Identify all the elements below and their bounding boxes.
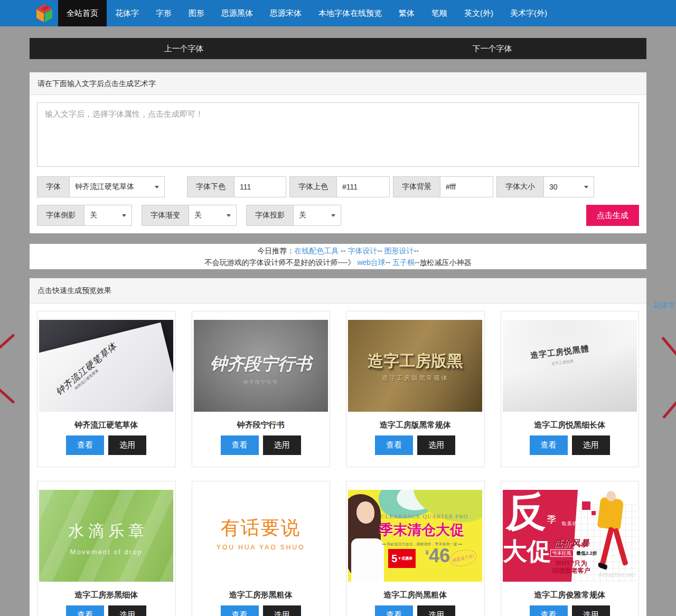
font-select[interactable]: 钟齐流江硬笔草体 (70, 176, 165, 197)
daily-recommend: 今日推荐：在线配色工具 -- 字体设计-- 图形设计-- 不会玩游戏的字体设计师… (30, 244, 646, 269)
nav-item-tuxing[interactable]: 图形 (180, 0, 213, 26)
next-font-link[interactable]: 下一个字体 (473, 44, 512, 54)
font-size-select[interactable]: 30 (544, 176, 594, 197)
use-button[interactable]: 选用 (417, 605, 455, 616)
bg-color-label: 字体背景 (393, 176, 440, 197)
up-color-label: 字体上色 (289, 176, 337, 197)
font-name: 造字工房尚黑粗体 (348, 589, 483, 600)
gradient-select[interactable]: 关 (189, 205, 237, 226)
use-button[interactable]: 选用 (108, 605, 146, 616)
chevron-down-icon (227, 214, 231, 217)
view-button[interactable]: 查看 (530, 605, 568, 616)
font-preview-image[interactable]: 钟齐段宁行书 钟齐段宁行书 (194, 320, 328, 412)
nav-item-local-preview[interactable]: 本地字体在线预览 (310, 0, 390, 26)
view-button[interactable]: 查看 (66, 435, 104, 455)
font-preview-image[interactable]: 有话要说 YOU HUA YAO SHUO (194, 490, 328, 582)
carousel-next-icon[interactable] (662, 394, 676, 419)
font-size-label: 字体大小 (496, 176, 544, 197)
font-name: 造字工房俊雅常规体 (503, 589, 637, 600)
preview-panel: 点击快速生成预览效果 钟齐流江硬笔草体 钟齐流江硬笔草体 钟齐流江硬笔草体 查看… (30, 278, 646, 616)
font-name: 造字工房悦黑细长体 (503, 419, 637, 430)
use-button[interactable]: 选用 (572, 605, 610, 616)
font-name: 钟齐流江硬笔草体 (39, 419, 174, 430)
font-preview-image[interactable]: 水滴乐章 Movement of drop (39, 490, 173, 582)
font-card: CLEARANCE QUARTER PRO 季末清仓大促 ••• 热款宝贝大放送… (346, 481, 485, 616)
font-preview-image[interactable]: 造字工房版黑 造字工房版黑常规体 (348, 320, 482, 412)
font-card: 造字工房版黑 造字工房版黑常规体 造字工房版黑常规体 查看 选用 (346, 311, 485, 467)
carousel-prev-icon[interactable] (0, 334, 15, 355)
shadow-label: 字体投影 (246, 205, 294, 226)
chevron-down-icon (155, 186, 159, 188)
nav-item-siyuanheiti[interactable]: 思源黑体 (213, 0, 261, 26)
font-card: 钟齐段宁行书 钟齐段宁行书 钟齐段宁行书 查看 选用 (192, 311, 331, 467)
font-preview-image[interactable]: 造字工房悦黑體 造字工房悦黑 (503, 320, 637, 412)
view-button[interactable]: 查看 (375, 605, 413, 616)
generator-panel: 请在下面输入文字后点击生成艺术字 字体 钟齐流江硬笔草体 字体下色 字体上色 字… (30, 72, 646, 233)
shadow-select[interactable]: 关 (294, 205, 341, 226)
font-name: 钟齐段宁行书 (194, 419, 328, 430)
font-card: 反 季 大促 取美坊 低价风暴 亏本狂甩 最低2.2折 WHY?只为回馈新老客户… (501, 481, 640, 616)
font-pager: 上一个字体 下一个字体 (30, 38, 646, 59)
font-name: 造字工房形黑粗体 (194, 589, 328, 600)
use-button[interactable]: 选用 (263, 435, 301, 455)
use-button[interactable]: 选用 (108, 435, 146, 455)
view-button[interactable]: 查看 (375, 435, 413, 455)
nav-item-english[interactable]: 英文(外) (456, 0, 502, 26)
nav-item-zixing[interactable]: 字形 (147, 0, 180, 26)
paper-shape: 钟齐流江硬笔草体 钟齐流江硬笔草体 (39, 323, 173, 412)
font-preview-image[interactable]: CLEARANCE QUARTER PRO 季末清仓大促 ••• 热款宝贝大放送… (348, 490, 482, 582)
site-logo-icon[interactable] (34, 3, 55, 24)
view-button[interactable]: 查看 (221, 605, 259, 616)
view-button[interactable]: 查看 (530, 435, 568, 455)
recommend-line-1: 今日推荐：在线配色工具 -- 字体设计-- 图形设计-- (30, 245, 646, 257)
nav-item-siyuansongti[interactable]: 思源宋体 (261, 0, 310, 26)
bg-color-input[interactable] (440, 176, 493, 197)
web-billiards-link[interactable]: web台球 (357, 258, 386, 267)
graphic-design-link[interactable]: 图形设计 (384, 247, 414, 255)
font-card: 有话要说 YOU HUA YAO SHUO 造字工房形黑粗体 查看 选用 (192, 481, 331, 616)
preview-panel-title: 点击快速生成预览效果 (30, 278, 646, 304)
nav-item-bishun[interactable]: 笔顺 (423, 0, 456, 26)
prev-font-link[interactable]: 上一个字体 (164, 44, 204, 54)
font-card: 水滴乐章 Movement of drop 造字工房形黑细体 查看 选用 (37, 481, 176, 616)
model-figure (597, 497, 624, 530)
reflect-select[interactable]: 关 (84, 205, 132, 226)
top-navbar: 全站首页 花体字 字形 图形 思源黑体 思源宋体 本地字体在线预览 繁体 笔顺 … (0, 0, 676, 26)
color-tool-link[interactable]: 在线配色工具 (294, 247, 339, 255)
view-button[interactable]: 查看 (221, 435, 259, 455)
chevron-down-icon (331, 214, 335, 217)
up-color-input[interactable] (337, 176, 390, 197)
font-name: 造字工房形黑细体 (39, 589, 174, 600)
recommend-line-2: 不会玩游戏的字体设计师不是好的设计师----》 web台球-- 五子棋--放松减… (30, 257, 646, 268)
nav-item-meishuzi[interactable]: 美术字(外) (502, 0, 556, 26)
nav-item-fanti[interactable]: 繁体 (390, 0, 423, 26)
chevron-down-icon (122, 214, 126, 217)
down-color-input[interactable] (234, 176, 286, 197)
gradient-label: 字体渐变 (142, 205, 189, 226)
carousel-prev-icon[interactable] (0, 382, 15, 404)
font-preview-image[interactable]: 钟齐流江硬笔草体 钟齐流江硬笔草体 (39, 320, 173, 412)
font-design-link[interactable]: 字体设计 (348, 247, 377, 255)
font-name: 造字工房版黑常规体 (348, 419, 483, 430)
font-card: 造字工房悦黑體 造字工房悦黑 造字工房悦黑细长体 查看 选用 (501, 311, 640, 467)
down-color-label: 字体下色 (187, 176, 234, 197)
font-label: 字体 (37, 176, 70, 197)
generator-panel-title: 请在下面输入文字后点击生成艺术字 (30, 72, 646, 95)
font-preview-image[interactable]: 反 季 大促 取美坊 低价风暴 亏本狂甩 最低2.2折 WHY?只为回馈新老客户… (503, 490, 637, 582)
edge-tag-huatizi[interactable]: 花体字 (653, 301, 675, 310)
nav-item-home[interactable]: 全站首页 (58, 0, 107, 26)
use-button[interactable]: 选用 (572, 435, 610, 455)
text-input-area[interactable] (37, 102, 639, 167)
chevron-down-icon (584, 186, 588, 188)
nav-item-huatizi[interactable]: 花体字 (107, 0, 147, 26)
carousel-next-icon[interactable] (661, 336, 676, 361)
generate-button[interactable]: 点击生成 (586, 205, 639, 226)
use-button[interactable]: 选用 (417, 435, 455, 455)
reflect-label: 字体倒影 (37, 205, 84, 226)
view-button[interactable]: 查看 (66, 605, 104, 616)
use-button[interactable]: 选用 (263, 605, 301, 616)
gomoku-link[interactable]: 五子棋 (392, 258, 415, 267)
font-card: 钟齐流江硬笔草体 钟齐流江硬笔草体 钟齐流江硬笔草体 查看 选用 (37, 311, 176, 467)
